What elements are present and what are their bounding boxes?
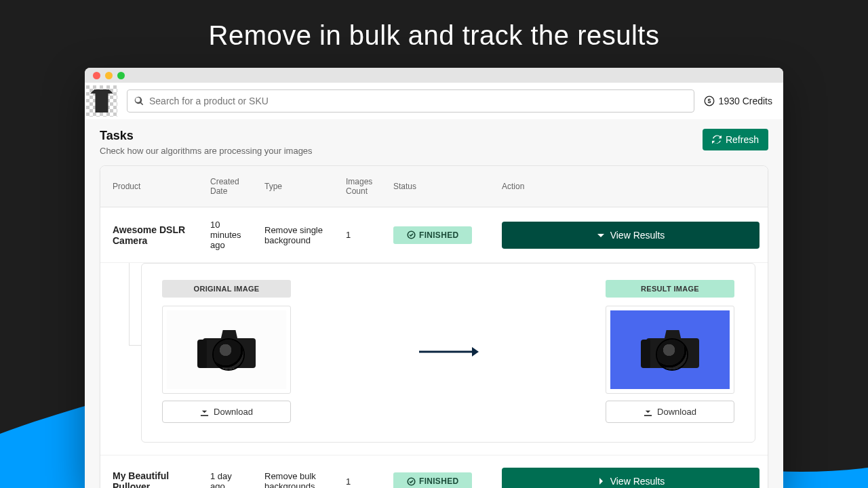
- cell-count: 1: [338, 455, 385, 489]
- status-badge: FINISHED: [393, 226, 472, 244]
- credits-label: 1930 Credits: [719, 96, 772, 106]
- tasks-table-card: Product Created Date Type Images Count S…: [100, 165, 768, 488]
- col-created: Created Date: [202, 166, 256, 207]
- tasks-table: Product Created Date Type Images Count S…: [100, 166, 768, 488]
- download-original-button[interactable]: Download: [162, 401, 291, 423]
- col-count: Images Count: [338, 166, 385, 207]
- search-input[interactable]: [149, 96, 687, 106]
- col-status: Status: [385, 166, 494, 207]
- original-image-col: ORIGINAL IMAGE: [162, 280, 291, 423]
- download-icon: [200, 407, 209, 416]
- browser-window: $ 1930 Credits Tasks Check how our algor…: [85, 68, 783, 488]
- camera-image: [639, 330, 701, 369]
- col-action: Action: [494, 166, 768, 207]
- cell-created: 1 day ago: [202, 455, 256, 489]
- refresh-label: Refresh: [726, 134, 759, 145]
- refresh-button[interactable]: Refresh: [703, 129, 768, 150]
- result-thumb: [606, 306, 734, 394]
- cell-product: My Beautiful Pullover: [100, 455, 202, 489]
- svg-text:$: $: [707, 98, 711, 104]
- download-icon: [644, 407, 652, 416]
- result-image-col: RESULT IMAGE: [606, 280, 734, 423]
- search-input-wrapper[interactable]: [127, 89, 694, 113]
- view-results-button[interactable]: View Results: [502, 468, 760, 488]
- window-chrome: [85, 68, 783, 83]
- close-dot[interactable]: [93, 72, 100, 79]
- original-image-label: ORIGINAL IMAGE: [162, 280, 291, 298]
- content-area: Tasks Check how our algorithms are proce…: [85, 119, 783, 488]
- check-icon: [407, 477, 416, 486]
- cell-type: Remove single background: [256, 207, 338, 263]
- cell-type: Remove bulk backgrounds: [256, 455, 338, 489]
- result-compare-panel: ORIGINAL IMAGE: [141, 263, 755, 443]
- chevron-right-icon: [597, 477, 605, 485]
- cell-created: 10 minutes ago: [202, 207, 256, 263]
- col-product: Product: [100, 166, 202, 207]
- credits-display: $ 1930 Credits: [704, 96, 772, 106]
- page-title: Tasks: [100, 129, 313, 143]
- arrow-icon: [418, 345, 479, 359]
- original-thumb: [162, 306, 291, 394]
- page-headline: Remove in bulk and track the results: [0, 20, 868, 51]
- search-icon: [134, 96, 144, 106]
- cell-count: 1: [338, 207, 385, 263]
- col-type: Type: [256, 166, 338, 207]
- page-subtitle: Check how our algorithms are processing …: [100, 146, 313, 156]
- view-results-button[interactable]: View Results: [502, 222, 760, 249]
- camera-image: [196, 330, 257, 369]
- app-logo: [86, 85, 117, 117]
- credits-icon: $: [704, 96, 715, 106]
- top-bar: $ 1930 Credits: [85, 83, 783, 119]
- refresh-icon: [712, 135, 722, 144]
- status-badge: FINISHED: [393, 472, 472, 488]
- table-row: Awesome DSLR Camera 10 minutes ago Remov…: [100, 207, 768, 263]
- zoom-dot[interactable]: [117, 72, 125, 79]
- cell-product: Awesome DSLR Camera: [100, 207, 202, 263]
- check-icon: [407, 230, 416, 239]
- table-row: My Beautiful Pullover 1 day ago Remove b…: [100, 455, 768, 489]
- chevron-down-icon: [597, 231, 605, 239]
- tree-connector: [129, 263, 130, 346]
- result-image-label: RESULT IMAGE: [606, 280, 734, 298]
- minimize-dot[interactable]: [105, 72, 113, 79]
- download-result-button[interactable]: Download: [606, 401, 734, 423]
